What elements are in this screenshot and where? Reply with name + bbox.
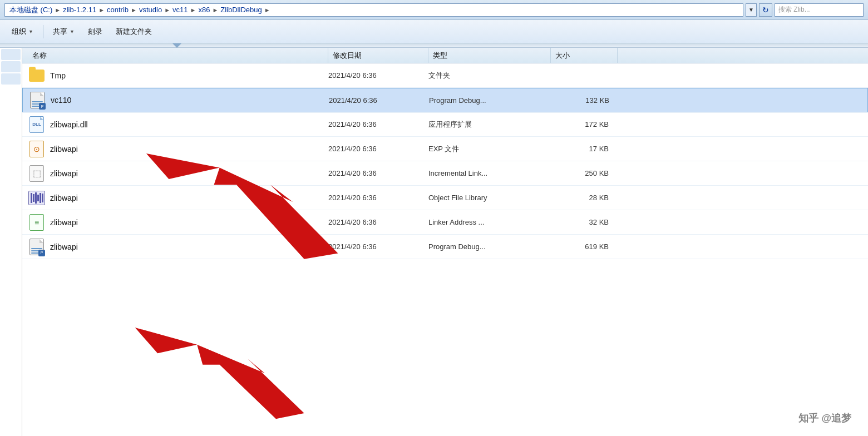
- path-item-c[interactable]: 本地磁盘 (C:): [9, 5, 52, 15]
- organize-arrow: ▼: [28, 29, 33, 34]
- path-item-zlib[interactable]: zlib-1.2.11: [63, 6, 96, 14]
- file-type: Program Debug...: [428, 242, 551, 251]
- column-header-strip: [0, 43, 868, 48]
- file-type: 文件夹: [428, 71, 551, 81]
- table-row[interactable]: DLL zlibwapi.dll 2021/4/20 6:36 应用程序扩展 1…: [22, 112, 868, 137]
- table-row[interactable]: zlibwapi 2021/4/20 6:36 Linker Address .…: [22, 210, 868, 235]
- col-header-size[interactable]: 大小: [551, 48, 618, 63]
- file-size: 250 KB: [551, 169, 618, 177]
- file-name: Tmp: [50, 71, 328, 80]
- col-date-label: 修改日期: [333, 51, 362, 61]
- arrow2-head: [135, 328, 197, 353]
- path-sep-4: ►: [164, 7, 170, 13]
- file-icon-ilk: [28, 165, 46, 182]
- file-icon-dll: DLL: [28, 116, 46, 133]
- pdb-icon: P: [30, 92, 45, 108]
- organize-button[interactable]: 组织 ▼: [6, 23, 40, 41]
- dll-icon: DLL: [29, 116, 44, 133]
- file-date: 2021/4/20 6:36: [328, 120, 428, 128]
- table-row[interactable]: P vc110 2021/4/20 6:36 Program Debug... …: [22, 88, 868, 112]
- col-header-type[interactable]: 类型: [428, 48, 551, 63]
- file-type: EXP 文件: [428, 144, 551, 154]
- file-name: zlibwapi: [50, 242, 328, 251]
- file-rows-container: Tmp 2021/4/20 6:36 文件夹 P vc110 2021/4/20…: [22, 63, 868, 259]
- path-item-vc11[interactable]: vc11: [172, 6, 188, 14]
- table-row[interactable]: Tmp 2021/4/20 6:36 文件夹: [22, 63, 868, 88]
- table-row[interactable]: zlibwapi 2021/4/20 6:36 EXP 文件 17 KB: [22, 137, 868, 161]
- table-row[interactable]: zlibwapi 2021/4/20 6:36 Object File Libr…: [22, 186, 868, 210]
- path-sep-6: ►: [212, 7, 218, 13]
- path-item-contrib[interactable]: contrib: [107, 6, 129, 14]
- new-folder-label: 新建文件夹: [116, 27, 152, 37]
- col-header-name[interactable]: 名称: [28, 48, 328, 63]
- file-icon-pdb: P: [28, 238, 46, 256]
- file-date: 2021/4/20 6:36: [328, 71, 428, 80]
- address-bar: 本地磁盘 (C:) ► zlib-1.2.11 ► contrib ► vstu…: [0, 0, 868, 20]
- file-icon-folder: [28, 67, 46, 85]
- file-name: zlibwapi: [50, 145, 328, 153]
- file-type: Program Debug...: [429, 96, 551, 105]
- col-size-label: 大小: [555, 51, 570, 61]
- file-size: 132 KB: [551, 96, 618, 105]
- column-headers: 名称 修改日期 类型 大小: [22, 48, 868, 63]
- col-type-label: 类型: [433, 51, 447, 61]
- file-size: 172 KB: [551, 120, 618, 128]
- path-display[interactable]: 本地磁盘 (C:) ► zlib-1.2.11 ► contrib ► vstu…: [4, 3, 743, 17]
- map-icon: [29, 214, 44, 231]
- file-list: 名称 修改日期 类型 大小 Tmp 2021/4/20 6:36 文件夹: [22, 48, 868, 436]
- burn-button[interactable]: 刻录: [82, 23, 108, 41]
- new-folder-button[interactable]: 新建文件夹: [110, 23, 158, 41]
- path-sep-5: ►: [190, 7, 196, 13]
- sidebar-item: [1, 49, 21, 60]
- file-name: zlibwapi: [50, 218, 328, 227]
- refresh-button[interactable]: ↻: [759, 3, 772, 17]
- file-type: Object File Library: [428, 194, 551, 202]
- path-sep-3: ►: [131, 7, 137, 13]
- share-button[interactable]: 共享 ▼: [47, 23, 81, 41]
- search-box[interactable]: 搜索 Zlib...: [775, 3, 864, 17]
- col-header-date[interactable]: 修改日期: [328, 48, 428, 63]
- file-date: 2021/4/20 6:36: [328, 242, 428, 251]
- file-icon-map: [28, 214, 46, 231]
- file-type: 应用程序扩展: [428, 120, 551, 130]
- sidebar-item: [1, 73, 21, 85]
- file-icon-lib: [28, 189, 46, 207]
- file-size: 17 KB: [551, 145, 618, 153]
- file-icon-exp: [28, 140, 46, 158]
- file-size: 28 KB: [551, 194, 618, 202]
- sort-triangle: [172, 43, 181, 48]
- file-size: 619 KB: [551, 242, 618, 251]
- pdb-icon: P: [29, 239, 44, 255]
- table-row[interactable]: zlibwapi 2021/4/20 6:36 Incremental Link…: [22, 161, 868, 186]
- ilk-icon: [29, 165, 44, 182]
- path-item-vstudio[interactable]: vstudio: [139, 6, 162, 14]
- file-date: 2021/4/20 6:36: [328, 145, 428, 153]
- path-item-zlibdlldebug[interactable]: ZlibDllDebug: [220, 6, 262, 14]
- file-size: 32 KB: [551, 218, 618, 226]
- share-arrow: ▼: [70, 29, 75, 34]
- arrow2-body: [197, 345, 304, 419]
- search-placeholder: 搜索 Zlib...: [778, 5, 810, 14]
- path-sep-7: ►: [264, 7, 270, 13]
- file-icon-pdb: P: [28, 91, 46, 109]
- left-sidebar: [0, 48, 22, 436]
- col-name-label: 名称: [32, 51, 47, 61]
- file-name: zlibwapi: [50, 194, 328, 202]
- organize-label: 组织: [12, 27, 26, 37]
- table-row[interactable]: P zlibwapi 2021/4/20 6:36 Program Debug.…: [22, 235, 868, 259]
- file-name: vc110: [51, 96, 329, 105]
- path-item-x86[interactable]: x86: [198, 6, 210, 14]
- path-dropdown-btn[interactable]: ▼: [746, 3, 757, 17]
- toolbar: 组织 ▼ 共享 ▼ 刻录 新建文件夹: [0, 20, 868, 43]
- file-type: Linker Address ...: [428, 218, 551, 226]
- burn-label: 刻录: [88, 27, 102, 37]
- file-date: 2021/4/20 6:36: [329, 96, 429, 105]
- exp-icon: [29, 141, 44, 157]
- file-name: zlibwapi: [50, 169, 328, 178]
- main-content: 名称 修改日期 类型 大小 Tmp 2021/4/20 6:36 文件夹: [0, 48, 868, 436]
- path-sep-2: ►: [98, 7, 105, 13]
- watermark: 知乎 @追梦: [798, 412, 851, 425]
- folder-icon: [29, 70, 45, 82]
- lib-icon: [28, 191, 45, 205]
- file-date: 2021/4/20 6:36: [328, 194, 428, 202]
